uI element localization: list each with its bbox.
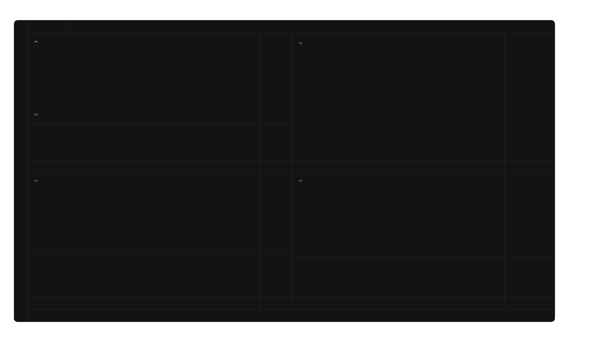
time-scale-bottom[interactable]	[28, 297, 555, 309]
trash-icon[interactable]	[16, 303, 25, 311]
chevron-up-icon[interactable]	[34, 38, 38, 44]
desktop	[0, 0, 615, 364]
chevron-down-icon[interactable]	[298, 177, 303, 183]
legend-ohlc-row1	[31, 49, 35, 56]
legend-datetime	[31, 176, 38, 183]
legend-datetime	[31, 37, 38, 44]
status-bar	[28, 309, 555, 322]
legend-ohlc-row2	[31, 61, 35, 68]
legend-datetime	[296, 176, 303, 183]
price-scale-top-right[interactable]	[505, 33, 555, 161]
interval-button[interactable]	[217, 22, 228, 32]
header-toolbar	[14, 20, 555, 34]
chevron-down-icon[interactable]	[298, 40, 303, 46]
chart-app-window	[14, 20, 555, 322]
legend-datetime	[296, 39, 303, 46]
collapse-sidebar-button[interactable]	[14, 20, 28, 33]
legend-mid-line	[31, 110, 41, 117]
time-scale-top[interactable]	[28, 161, 555, 171]
quadrant-divider-vertical[interactable]	[292, 33, 292, 309]
price-scale-top-left[interactable]	[260, 33, 292, 161]
price-scale-bottom-left[interactable]	[260, 171, 292, 297]
pane-divider[interactable]	[28, 124, 292, 125]
chevron-down-icon[interactable]	[34, 177, 38, 183]
chevron-down-icon[interactable]	[34, 111, 38, 117]
drawing-toolbar	[14, 33, 28, 322]
symbol-title[interactable]	[28, 20, 70, 33]
legend-bop	[31, 126, 34, 133]
price-scale-bottom-right[interactable]	[505, 171, 555, 297]
pane-divider[interactable]	[28, 252, 292, 253]
